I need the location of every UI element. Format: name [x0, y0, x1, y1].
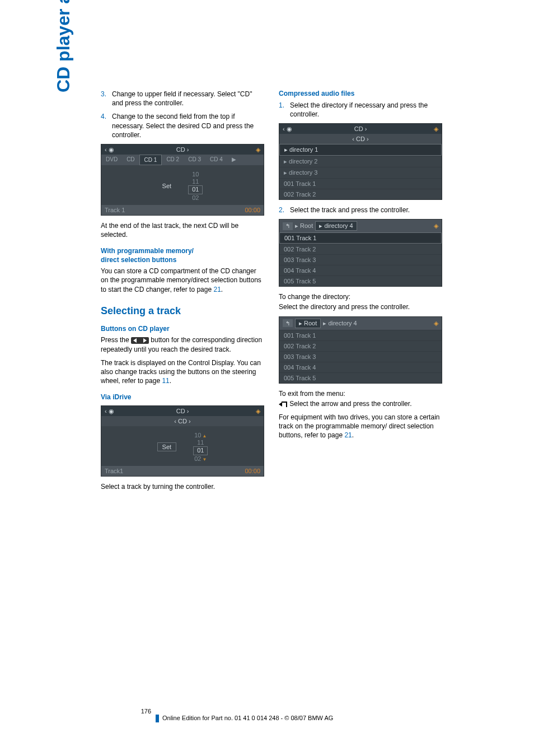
after-shot-text: At the end of the last track, the next C… — [101, 221, 263, 239]
screenshot-track-list-root: ↰ ▸ Root ▸ directory 4 ◈ 001 Track 1 002… — [279, 316, 442, 384]
screenshot-cd-tabs: ‹ ◉CD ›◈ DVD CD CD 1 CD 2 CD 3 CD 4 ▶ Se… — [101, 144, 264, 216]
heading-selecting-track: Selecting a track — [101, 305, 263, 317]
step-text: Change to upper field if necessary. Sele… — [112, 90, 263, 108]
screenshot-idrive-track: ‹ ◉CD ›◈ ‹ CD › Set 10▲ 11 01 02▼ Track1… — [101, 405, 264, 477]
heading-via-idrive: Via iDrive — [101, 393, 263, 402]
prev-next-button-icon — [131, 337, 149, 344]
equipment-text: For equipment with two drives, you can s… — [279, 413, 441, 440]
idrive-caption: Select a track by turning the controller… — [101, 482, 263, 491]
change-directory-text: Select the directory and press the contr… — [279, 302, 441, 311]
step-number: 2. — [279, 206, 290, 214]
screenshot-track-list-dir4: ↰ ▸ Root ▸ directory 4 ◈ 001 Track 1 002… — [279, 219, 442, 287]
heading-compressed-audio: Compressed audio files — [279, 90, 441, 99]
steps-compressed-1: 1. Select the directory if necessary and… — [279, 101, 441, 119]
step-number: 4. — [101, 112, 112, 139]
step-text: Change to the second field from the top … — [112, 112, 263, 139]
step-text: Select the track and press the controlle… — [290, 206, 410, 214]
steps-change-field: 3. Change to upper field if necessary. S… — [101, 90, 263, 139]
buttons-text: Press the button for the corresponding d… — [101, 335, 263, 353]
heading-buttons-cd-player: Buttons on CD player — [101, 325, 263, 334]
step-text: Select the directory if necessary and pr… — [290, 101, 441, 119]
copyright-text: Online Edition for Part no. 01 41 0 014 … — [162, 715, 333, 721]
change-directory-label: To change the directory: — [279, 292, 441, 301]
page-number: 176 — [101, 708, 156, 715]
page-link-21[interactable]: 21 — [213, 286, 221, 293]
exit-menu-label: To exit from the menu: — [279, 389, 441, 398]
page-link-21[interactable]: 21 — [344, 431, 352, 439]
exit-menu-text: Select the arrow and press the controlle… — [279, 399, 441, 408]
step-number: 3. — [101, 90, 112, 108]
page-footer: 176 Online Edition for Part no. 01 41 0 … — [101, 708, 484, 722]
right-column: Compressed audio files 1. Select the dir… — [279, 90, 441, 496]
buttons-text-2: The track is displayed on the Control Di… — [101, 358, 263, 386]
page-link-11[interactable]: 11 — [162, 377, 169, 385]
step-number: 1. — [279, 101, 290, 119]
back-arrow-icon — [279, 401, 288, 408]
left-column: 3. Change to upper field if necessary. S… — [101, 90, 263, 496]
heading-programmable-memory: With programmable memory/ direct selecti… — [101, 247, 263, 264]
screenshot-directory-list: ‹ ◉CD ›◈ ‹ CD › ▸ directory 1 ▸ director… — [279, 123, 442, 200]
programmable-memory-text: You can store a CD compartment of the CD… — [101, 267, 263, 294]
footer-bar-icon — [156, 715, 159, 722]
steps-compressed-2: 2. Select the track and press the contro… — [279, 206, 441, 214]
side-section-title: CD player and CD changer — [53, 0, 74, 92]
